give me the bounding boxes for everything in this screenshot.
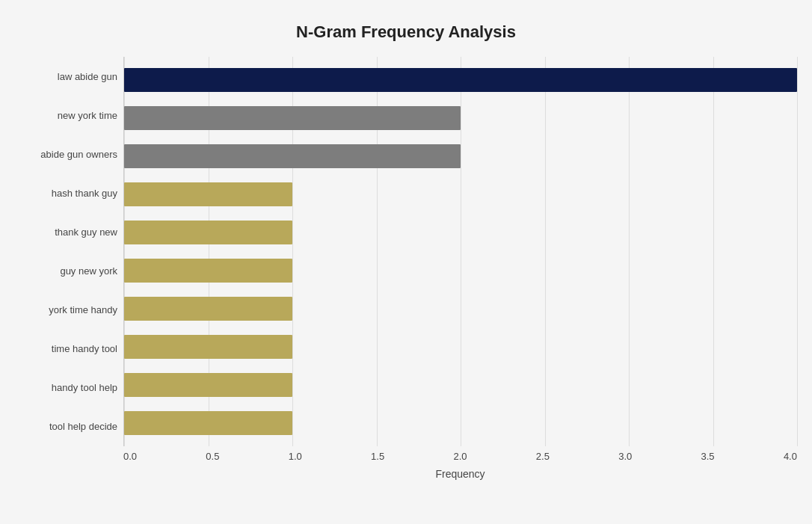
bar — [124, 411, 292, 435]
y-label: new york time — [15, 111, 117, 120]
x-tick: 1.5 — [371, 451, 384, 462]
y-label: york time handy — [15, 305, 117, 315]
bar — [124, 373, 292, 397]
bar — [124, 106, 461, 130]
y-axis-labels: law abide gunnew york timeabide gun owne… — [15, 57, 123, 446]
grid-line — [797, 57, 798, 446]
x-tick: 1.0 — [289, 451, 302, 462]
bar-row — [124, 218, 797, 247]
bar — [124, 335, 292, 359]
y-label: hash thank guy — [15, 188, 117, 198]
bar-row — [124, 332, 797, 362]
chart-container: N-Gram Frequency Analysis law abide gunn… — [0, 0, 812, 524]
y-label: thank guy new — [15, 227, 117, 237]
plot-area — [123, 57, 797, 446]
bar-row — [124, 65, 797, 95]
x-tick: 4.0 — [784, 451, 797, 462]
x-tick: 3.5 — [701, 451, 715, 462]
bar-row — [124, 408, 797, 438]
bar — [124, 221, 292, 244]
bar — [124, 68, 797, 92]
bar-row — [124, 256, 797, 286]
x-tick: 3.0 — [618, 451, 632, 462]
bar — [124, 182, 292, 206]
bar — [124, 144, 461, 168]
bar-row — [124, 370, 797, 400]
bar-row — [124, 294, 797, 324]
y-label: guy new york — [15, 266, 117, 276]
y-label: time handy tool — [15, 344, 117, 354]
x-tick: 2.5 — [536, 451, 550, 462]
bar — [124, 259, 292, 283]
bar-row — [124, 103, 797, 133]
x-tick: 0.5 — [206, 451, 219, 462]
bar-row — [124, 179, 797, 209]
y-label: tool help decide — [15, 422, 117, 431]
x-tick: 0.0 — [123, 451, 137, 462]
y-label: abide gun owners — [15, 150, 117, 159]
bar-row — [124, 141, 797, 171]
x-tick: 2.0 — [453, 451, 467, 462]
y-label: law abide gun — [15, 72, 117, 81]
x-axis: 0.00.51.01.52.02.53.03.54.0 Frequency — [123, 451, 797, 480]
chart-title: N-Gram Frequency Analysis — [15, 15, 797, 42]
x-axis-label: Frequency — [123, 468, 797, 480]
bar — [124, 297, 292, 321]
y-label: handy tool help — [15, 383, 117, 392]
